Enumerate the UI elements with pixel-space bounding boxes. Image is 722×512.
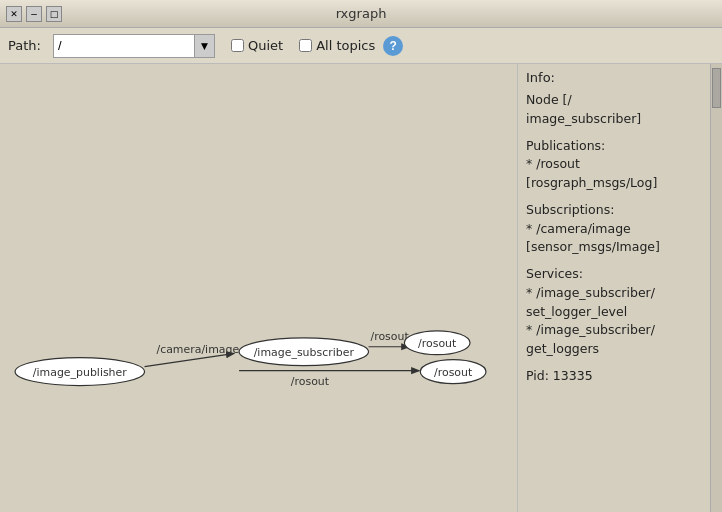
info-title: Info: [526,70,708,85]
svg-text:/rosout: /rosout [418,337,457,350]
info-publications-section: Publications: * /rosout [rosgraph_msgs/L… [526,137,708,193]
info-pub-type: [rosgraph_msgs/Log] [526,174,708,193]
info-sub-type: [sensor_msgs/Image] [526,238,708,257]
close-button[interactable]: ✕ [6,6,22,22]
window-title: rxgraph [336,6,387,21]
toolbar: Path: ▼ Quiet All topics ? [0,28,722,64]
svg-text:/rosout: /rosout [371,330,410,343]
scrollbar-thumb[interactable] [712,68,721,108]
graph-area[interactable]: /camera/image /rosout /rosout /image_pub… [0,64,517,512]
svg-text:/rosout: /rosout [291,375,330,388]
info-subscriptions-label: Subscriptions: [526,201,708,220]
svg-text:/image_publisher: /image_publisher [33,366,127,379]
info-node-line: Node [/ [526,91,708,110]
main-content: /camera/image /rosout /rosout /image_pub… [0,64,722,512]
graph-svg: /camera/image /rosout /rosout /image_pub… [0,64,517,512]
quiet-label: Quiet [248,38,283,53]
info-panel: Info: Node [/ image_subscriber] Publicat… [517,64,722,512]
window-controls[interactable]: ✕ − □ [6,6,62,22]
info-services-section: Services: * /image_subscriber/ set_logge… [526,265,708,359]
info-publications-label: Publications: [526,137,708,156]
info-svc-item2: * /image_subscriber/ [526,321,708,340]
maximize-button[interactable]: □ [46,6,62,22]
info-node-name: image_subscriber] [526,110,708,129]
path-input[interactable] [54,35,194,57]
scrollbar[interactable] [710,64,722,512]
titlebar: ✕ − □ rxgraph [0,0,722,28]
info-node-section: Node [/ image_subscriber] [526,91,708,129]
quiet-checkbox[interactable] [231,39,244,52]
minimize-button[interactable]: − [26,6,42,22]
all-topics-label: All topics [316,38,375,53]
svg-text:/camera/image: /camera/image [156,343,239,356]
info-pid-section: Pid: 13335 [526,367,708,386]
svg-text:/rosout: /rosout [434,366,473,379]
info-services-label: Services: [526,265,708,284]
info-pub-item: * /rosout [526,155,708,174]
info-svc-item2b: get_loggers [526,340,708,359]
info-svc-item1: * /image_subscriber/ [526,284,708,303]
info-sub-item: * /camera/image [526,220,708,239]
svg-text:/image_subscriber: /image_subscriber [254,346,355,359]
quiet-checkbox-group: Quiet [231,38,283,53]
help-button[interactable]: ? [383,36,403,56]
path-input-wrapper: ▼ [53,34,215,58]
all-topics-checkbox[interactable] [299,39,312,52]
all-topics-checkbox-group: All topics [299,38,375,53]
info-svc-item1b: set_logger_level [526,303,708,322]
path-dropdown-button[interactable]: ▼ [194,35,214,57]
info-pid: Pid: 13335 [526,367,708,386]
path-label: Path: [8,38,41,53]
info-content: Info: Node [/ image_subscriber] Publicat… [518,64,722,512]
info-subscriptions-section: Subscriptions: * /camera/image [sensor_m… [526,201,708,257]
